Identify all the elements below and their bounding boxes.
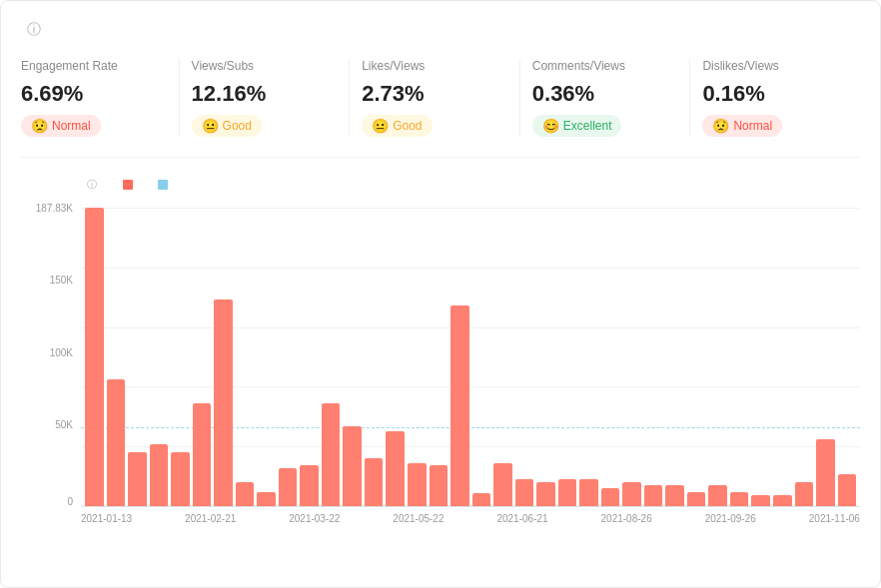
badge-icon-2: 😐 — [372, 118, 389, 134]
badge-icon-1: 😐 — [202, 118, 219, 134]
bar-16 — [430, 465, 448, 506]
bar-25 — [622, 482, 641, 506]
bar-5 — [193, 403, 212, 506]
bar-21 — [536, 482, 555, 506]
metric-label-3: Comments/Views — [532, 59, 678, 73]
bars-wrapper — [81, 208, 860, 506]
badge-label-2: Good — [393, 119, 422, 133]
bar-11 — [322, 403, 341, 506]
x-label-7: 2021-11-06 — [809, 513, 860, 524]
chart-container: 187.83K150K100K50K0 2021-01-132021-02-21… — [21, 208, 860, 547]
bar-31 — [751, 495, 770, 506]
metric-label-2: Likes/Views — [362, 59, 507, 73]
bar-0 — [85, 208, 104, 506]
bar-2 — [128, 452, 147, 506]
y-axis-labels: 187.83K150K100K50K0 — [21, 208, 73, 507]
bar-14 — [386, 431, 405, 506]
x-label-2: 2021-03-22 — [289, 513, 340, 524]
chart-area — [81, 208, 860, 507]
y-label-4: 0 — [21, 496, 73, 507]
bar-27 — [665, 485, 684, 506]
bar-26 — [644, 485, 663, 506]
metric-label-4: Dislikes/Views — [702, 59, 848, 73]
metric-label-1: Views/Subs — [192, 59, 338, 73]
x-label-0: 2021-01-13 — [81, 513, 132, 524]
bar-8 — [257, 492, 276, 506]
metric-value-2: 2.73% — [362, 81, 507, 107]
avg-views-legend: ⓘ — [81, 178, 103, 192]
x-label-1: 2021-02-21 — [185, 513, 236, 524]
metric-badge-1: 😐 Good — [192, 115, 262, 137]
badge-icon-0: 😟 — [31, 118, 48, 134]
badge-label-1: Good — [223, 119, 252, 133]
metric-value-0: 6.69% — [21, 81, 167, 107]
metric-3: Comments/Views 0.36% 😊 Excellent — [520, 59, 691, 137]
metric-badge-3: 😊 Excellent — [532, 115, 622, 137]
metric-2: Likes/Views 2.73% 😐 Good — [350, 59, 520, 137]
metrics-row: Engagement Rate 6.69% 😟 Normal Views/Sub… — [21, 59, 860, 158]
metric-4: Dislikes/Views 0.16% 😟 Normal — [690, 59, 860, 137]
badge-icon-3: 😊 — [542, 118, 559, 134]
main-card: ⓘ Engagement Rate 6.69% 😟 Normal Views/S… — [0, 0, 881, 588]
bar-34 — [816, 439, 835, 506]
bar-9 — [279, 468, 298, 506]
y-label-3: 50K — [21, 418, 73, 429]
chart-legend: ⓘ — [21, 178, 860, 192]
bar-17 — [450, 305, 469, 506]
y-label-0: 187.83K — [21, 203, 73, 214]
bar-28 — [687, 492, 706, 506]
metric-value-1: 12.16% — [192, 81, 338, 107]
badge-icon-4: 😟 — [712, 118, 729, 134]
badge-label-0: Normal — [52, 119, 91, 133]
header-left: ⓘ — [21, 21, 41, 39]
metric-value-4: 0.16% — [702, 81, 848, 107]
chart-section: ⓘ 187.83K150K100K50K0 — [21, 178, 860, 547]
bar-13 — [365, 458, 384, 506]
normal-video-dot — [123, 180, 133, 190]
x-label-5: 2021-08-26 — [601, 513, 652, 524]
bar-1 — [107, 379, 126, 506]
bar-18 — [472, 493, 491, 506]
metric-badge-2: 😐 Good — [362, 115, 432, 137]
bar-6 — [214, 299, 233, 506]
metric-label-0: Engagement Rate — [21, 59, 167, 73]
bar-35 — [838, 474, 857, 506]
bar-29 — [708, 485, 727, 506]
x-label-6: 2021-09-26 — [705, 513, 756, 524]
metric-badge-4: 😟 Normal — [702, 115, 782, 137]
metric-1: Views/Subs 12.16% 😐 Good — [180, 59, 351, 137]
metric-value-3: 0.36% — [532, 81, 678, 107]
metric-0: Engagement Rate 6.69% 😟 Normal — [21, 59, 180, 137]
bar-23 — [579, 479, 598, 506]
bar-33 — [795, 482, 814, 506]
bar-30 — [730, 492, 749, 506]
badge-label-4: Normal — [733, 119, 772, 133]
bar-4 — [171, 452, 190, 506]
x-axis-labels: 2021-01-132021-02-212021-03-222021-05-22… — [81, 507, 860, 524]
badge-label-3: Excellent — [563, 119, 612, 133]
live-stream-legend — [158, 180, 173, 190]
bar-7 — [236, 482, 255, 506]
bar-22 — [558, 479, 577, 506]
bar-15 — [408, 463, 427, 506]
y-label-2: 100K — [21, 346, 73, 357]
normal-video-legend — [123, 180, 138, 190]
bar-24 — [601, 488, 620, 506]
avg-views-help: ⓘ — [87, 178, 97, 192]
x-label-4: 2021-06-21 — [496, 513, 547, 524]
bar-3 — [150, 444, 169, 506]
bar-32 — [773, 495, 792, 506]
help-icon[interactable]: ⓘ — [27, 21, 41, 39]
live-stream-dot — [158, 180, 168, 190]
bar-12 — [343, 426, 362, 506]
header: ⓘ — [21, 21, 860, 39]
bar-10 — [300, 465, 319, 506]
y-label-1: 150K — [21, 275, 73, 286]
x-label-3: 2021-05-22 — [393, 513, 443, 524]
metric-badge-0: 😟 Normal — [21, 115, 101, 137]
bar-20 — [515, 479, 534, 506]
bar-19 — [493, 463, 512, 506]
